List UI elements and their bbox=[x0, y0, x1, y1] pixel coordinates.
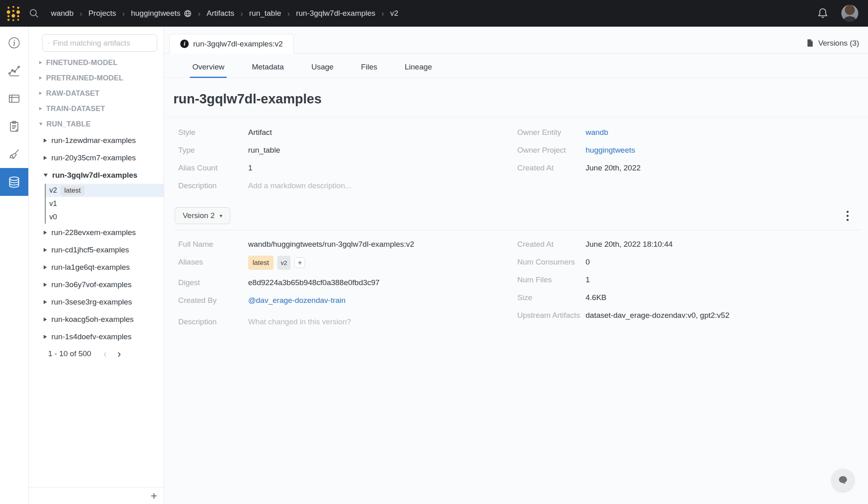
search-icon bbox=[47, 39, 50, 48]
breadcrumb-artifacts[interactable]: Artifacts bbox=[206, 9, 234, 18]
description-placeholder[interactable]: Add a markdown description... bbox=[248, 181, 352, 191]
tree-run-item[interactable]: run-1s4doefv-examples bbox=[29, 328, 164, 345]
versions-button[interactable]: Versions (3) bbox=[805, 38, 859, 48]
field-value: run_table bbox=[248, 145, 280, 155]
version-selector-row: Version 2 ▾ bbox=[175, 207, 857, 224]
info-icon bbox=[7, 36, 21, 50]
field-label: Description bbox=[178, 317, 248, 327]
notifications-bell-icon[interactable] bbox=[816, 7, 829, 20]
rail-item-reports[interactable] bbox=[0, 112, 28, 140]
breadcrumb-projects[interactable]: Projects bbox=[88, 9, 116, 18]
version-item-v2[interactable]: v2 latest bbox=[46, 184, 164, 197]
tab-metadata[interactable]: Metadata bbox=[249, 60, 286, 78]
version-menu-button[interactable] bbox=[844, 208, 851, 223]
global-search-button[interactable] bbox=[28, 7, 40, 19]
add-alias-button[interactable]: + bbox=[294, 257, 305, 268]
version-left-column: Full Name wandb/huggingtweets/run-3gqlw7… bbox=[178, 239, 517, 334]
version-selector[interactable]: Version 2 ▾ bbox=[175, 207, 230, 224]
pagination-next-button[interactable]: › bbox=[117, 350, 121, 358]
table-icon bbox=[7, 92, 21, 105]
tree-run-item[interactable]: run-la1ge6qt-examples bbox=[29, 258, 164, 276]
field-label: Digest bbox=[178, 277, 248, 288]
rail-item-tables[interactable] bbox=[0, 84, 28, 112]
owner-entity-link[interactable]: wandb bbox=[586, 127, 608, 137]
topbar-actions bbox=[816, 5, 868, 22]
tree-category-raw-dataset[interactable]: RAW-DATASET bbox=[29, 86, 164, 101]
rail-item-charts[interactable] bbox=[0, 57, 28, 84]
version-label: v2 bbox=[49, 186, 57, 195]
field-value: June 20th, 2022 18:10:44 bbox=[586, 239, 673, 249]
tree-run-item[interactable]: run-koacg5oh-examples bbox=[29, 311, 164, 328]
artifact-search-input[interactable] bbox=[53, 39, 152, 48]
field-full-name: Full Name wandb/huggingtweets/run-3gqlw7… bbox=[178, 239, 517, 249]
chevron-right-icon bbox=[44, 317, 47, 321]
field-value: e8d9224a3b65b948cf0a388e0fbd3c97 bbox=[248, 277, 379, 288]
chevron-right-icon bbox=[39, 61, 42, 64]
tab-lineage[interactable]: Lineage bbox=[402, 60, 434, 78]
user-avatar[interactable] bbox=[841, 5, 858, 22]
tree-category-pretrained-model[interactable]: PRETRAINED-MODEL bbox=[29, 70, 164, 86]
version-item-v1[interactable]: v1 bbox=[46, 197, 164, 210]
version-list: v2 latest v1 v0 bbox=[45, 184, 164, 224]
add-artifact-button[interactable]: + bbox=[151, 490, 157, 502]
line-chart-icon bbox=[7, 64, 21, 78]
version-item-v0[interactable]: v0 bbox=[46, 210, 164, 224]
tree-category-run-table[interactable]: RUN_TABLE bbox=[29, 116, 164, 132]
tree-category-finetuned-model[interactable]: FINETUNED-MODEL bbox=[29, 55, 164, 70]
breadcrumb-separator: › bbox=[287, 9, 290, 18]
artifact-overview-fields: Style Artifact Type run_table Alias Coun… bbox=[164, 117, 868, 198]
tree-run-item[interactable]: run-228evxem-examples bbox=[29, 224, 164, 241]
overview-tabs: Overview Metadata Usage Files Lineage bbox=[164, 60, 868, 78]
pagination-prev-button[interactable]: ‹ bbox=[103, 350, 107, 358]
rail-item-sweeps[interactable] bbox=[0, 140, 28, 168]
chevron-down-icon bbox=[39, 123, 42, 126]
created-by-link[interactable]: @dav_erage-dozendav-train bbox=[248, 295, 346, 305]
tab-files[interactable]: Files bbox=[358, 60, 379, 78]
field-label: Upstream Artifacts bbox=[517, 310, 586, 320]
alias-tag-latest[interactable]: latest bbox=[248, 256, 274, 270]
field-value: 0 bbox=[586, 257, 590, 267]
wandb-logo[interactable] bbox=[4, 4, 23, 23]
field-value: dataset-dav_erage-dozendav:v0, gpt2:v52 bbox=[586, 310, 729, 320]
field-num-files: Num Files 1 bbox=[517, 275, 860, 285]
latest-badge: latest bbox=[61, 186, 84, 195]
globe-icon bbox=[183, 9, 192, 18]
artifact-title: run-3gqlw7dl-examples bbox=[173, 91, 868, 107]
breadcrumb-separator: › bbox=[240, 9, 243, 18]
field-aliases: Aliases latest v2 + bbox=[178, 257, 517, 270]
chevron-right-icon bbox=[39, 92, 42, 95]
tree-run-item[interactable]: run-3o6y7vof-examples bbox=[29, 276, 164, 293]
breadcrumb-entity[interactable]: wandb bbox=[51, 9, 74, 18]
field-label: Created At bbox=[517, 239, 586, 249]
chevron-right-icon bbox=[44, 156, 47, 160]
breadcrumb: wandb › Projects › huggingtweets › Artif… bbox=[51, 9, 398, 18]
chevron-right-icon bbox=[44, 231, 47, 235]
chat-button[interactable] bbox=[832, 469, 854, 491]
tree-category-train-dataset[interactable]: TRAIN-DATASET bbox=[29, 101, 164, 116]
rail-item-artifacts[interactable] bbox=[0, 168, 28, 196]
tree-run-item[interactable]: run-cd1jhcf5-examples bbox=[29, 241, 164, 258]
breadcrumb-version[interactable]: v2 bbox=[390, 9, 398, 18]
breadcrumb-artifact-type[interactable]: run_table bbox=[249, 9, 281, 18]
search-icon bbox=[28, 8, 40, 19]
tab-overview[interactable]: Overview bbox=[190, 60, 227, 78]
alias-tag-v2[interactable]: v2 bbox=[277, 256, 291, 270]
breadcrumb-project[interactable]: huggingtweets bbox=[131, 9, 181, 18]
topbar: wandb › Projects › huggingtweets › Artif… bbox=[0, 0, 868, 27]
run-label: run-3gqlw7dl-examples bbox=[52, 171, 137, 180]
tree-run-item[interactable]: run-1zewdmar-examples bbox=[29, 132, 164, 149]
tree-category-label: PRETRAINED-MODEL bbox=[46, 74, 123, 82]
pagination: 1 - 10 of 500 ‹ › bbox=[29, 349, 164, 358]
workspace-tabbar: i run-3gqlw7dl-examples:v2 Versions (3) bbox=[164, 27, 868, 54]
tree-run-item[interactable]: run-3sese3rg-examples bbox=[29, 293, 164, 311]
rail-item-overview[interactable] bbox=[0, 29, 28, 57]
chevron-right-icon bbox=[44, 139, 47, 143]
tab-usage[interactable]: Usage bbox=[309, 60, 336, 78]
artifact-tab[interactable]: i run-3gqlw7dl-examples:v2 bbox=[169, 34, 294, 54]
field-value: 1 bbox=[586, 275, 590, 285]
tree-run-item-expanded[interactable]: run-3gqlw7dl-examples bbox=[29, 166, 164, 184]
version-description-placeholder[interactable]: What changed in this version? bbox=[248, 317, 351, 327]
breadcrumb-artifact-name[interactable]: run-3gqlw7dl-examples bbox=[296, 9, 375, 18]
owner-project-link[interactable]: huggingtweets bbox=[586, 145, 635, 155]
tree-run-item[interactable]: run-20y35cm7-examples bbox=[29, 149, 164, 166]
